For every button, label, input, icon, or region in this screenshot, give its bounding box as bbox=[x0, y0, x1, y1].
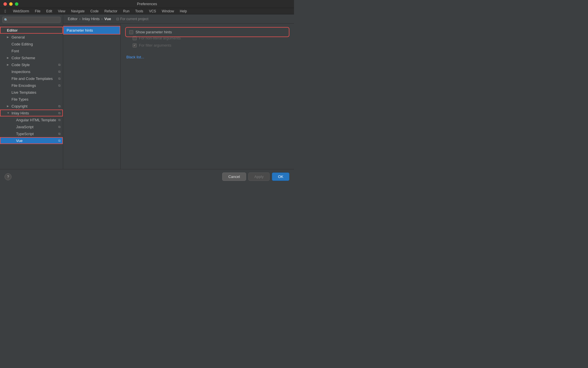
show-parameter-hints-option: Show parameter hints bbox=[126, 28, 288, 36]
dialog-content: 🔍 Editor ▶ General Code Editin bbox=[0, 14, 294, 169]
sidebar-item-label: Font bbox=[11, 49, 19, 53]
sidebar: 🔍 Editor ▶ General Code Editin bbox=[0, 14, 63, 169]
expand-arrow: ▶ bbox=[7, 63, 11, 66]
menu-vcs[interactable]: VCS bbox=[147, 9, 158, 14]
search-icon: 🔍 bbox=[4, 18, 8, 22]
sidebar-item-label: Inlay Hints bbox=[11, 111, 29, 115]
menubar:  WebStorm File Edit View Navigate Code … bbox=[0, 8, 294, 14]
sidebar-item-file-types[interactable]: File Types bbox=[0, 96, 63, 103]
show-parameter-hints-checkbox[interactable] bbox=[129, 30, 133, 34]
for-filter-checkbox[interactable] bbox=[133, 43, 137, 47]
sidebar-item-label: General bbox=[11, 35, 25, 39]
sidebar-item-live-templates[interactable]: Live Templates bbox=[0, 89, 63, 96]
sidebar-item-file-encodings[interactable]: File Encodings ⧉ bbox=[0, 82, 63, 89]
sidebar-item-vue[interactable]: Vue ⧉ bbox=[0, 137, 63, 144]
sidebar-item-color-scheme[interactable]: ▶ Color Scheme bbox=[0, 54, 63, 61]
menu-webstorm[interactable]: WebStorm bbox=[11, 9, 31, 14]
menu-code[interactable]: Code bbox=[88, 9, 101, 14]
sidebar-item-copyright[interactable]: ▶ Copyright ⧉ bbox=[0, 103, 63, 110]
sidebar-item-typescript[interactable]: TypeScript ⧉ bbox=[0, 130, 63, 137]
sidebar-item-label: Inspections bbox=[11, 70, 30, 74]
sidebar-item-angular-html[interactable]: Angular HTML Template ⧉ bbox=[0, 116, 63, 123]
search-input[interactable] bbox=[2, 17, 61, 23]
copy-icon: ⧉ bbox=[58, 84, 61, 87]
menu-file[interactable]: File bbox=[33, 9, 43, 14]
tabs-panel: Parameter hints bbox=[63, 24, 121, 169]
show-parameter-hints-label: Show parameter hints bbox=[136, 30, 172, 34]
for-non-literal-checkbox[interactable] bbox=[133, 36, 137, 40]
tab-parameter-hints[interactable]: Parameter hints bbox=[63, 26, 120, 34]
copy-icon: ⧉ bbox=[58, 125, 61, 129]
project-icon: ⊡ bbox=[116, 17, 119, 21]
breadcrumb-vue: Vue bbox=[104, 17, 111, 21]
sidebar-item-label: Editor bbox=[7, 28, 18, 32]
expand-arrow: ▶ bbox=[7, 105, 11, 108]
close-button[interactable] bbox=[3, 2, 7, 6]
sidebar-item-label: Live Templates bbox=[11, 90, 36, 95]
copy-icon: ⧉ bbox=[58, 118, 61, 122]
menu-view[interactable]: View bbox=[56, 9, 68, 14]
copy-icon: ⧉ bbox=[58, 70, 61, 74]
breadcrumb-sep-2: › bbox=[101, 17, 102, 21]
copy-icon: ⧉ bbox=[58, 139, 61, 143]
maximize-button[interactable] bbox=[15, 2, 18, 6]
copy-icon: ⧉ bbox=[58, 63, 61, 67]
menu-window[interactable]: Window bbox=[160, 9, 177, 14]
titlebar: Preferences bbox=[0, 0, 294, 8]
breadcrumb-inlay-hints[interactable]: Inlay Hints bbox=[82, 17, 100, 21]
menu-tools[interactable]: Tools bbox=[133, 9, 146, 14]
menu-refactor[interactable]: Refactor bbox=[102, 9, 119, 14]
menu-run[interactable]: Run bbox=[121, 9, 132, 14]
bottom-bar: ? Cancel Apply OK bbox=[0, 169, 294, 184]
copy-icon: ⧉ bbox=[58, 104, 61, 108]
sidebar-item-general[interactable]: ▶ General bbox=[0, 34, 63, 41]
expand-arrow: ▶ bbox=[7, 36, 11, 39]
dialog-title: Preferences bbox=[137, 2, 157, 6]
copy-icon: ⧉ bbox=[58, 77, 61, 80]
action-buttons: Cancel Apply OK bbox=[222, 172, 289, 181]
cancel-button[interactable]: Cancel bbox=[222, 172, 246, 181]
sidebar-item-editor[interactable]: Editor bbox=[0, 27, 63, 34]
sidebar-item-font[interactable]: Font bbox=[0, 47, 63, 54]
apple-menu[interactable]:  bbox=[2, 9, 8, 14]
breadcrumb-editor[interactable]: Editor bbox=[68, 17, 78, 21]
sidebar-item-label: TypeScript bbox=[16, 132, 34, 136]
sub-options: For non-literal arguments For filter arg… bbox=[133, 36, 288, 47]
sidebar-item-label: JavaScript bbox=[16, 125, 34, 129]
settings-panel: Show parameter hints For non-literal arg… bbox=[121, 24, 294, 169]
menu-help[interactable]: Help bbox=[177, 9, 189, 14]
sidebar-item-label: Color Scheme bbox=[11, 56, 35, 60]
for-filter-label: For filter arguments bbox=[139, 43, 171, 47]
copy-icon: ⧉ bbox=[58, 132, 61, 136]
for-filter-option: For filter arguments bbox=[133, 43, 288, 47]
sidebar-item-code-editing[interactable]: Code Editing bbox=[0, 41, 63, 47]
sidebar-item-inlay-hints[interactable]: ▼ Inlay Hints ⧉ bbox=[0, 110, 63, 116]
breadcrumb-sep-1: › bbox=[79, 17, 80, 21]
ok-button[interactable]: OK bbox=[272, 172, 289, 181]
sidebar-item-label: Copyright bbox=[11, 104, 28, 108]
sidebar-item-label: File and Code Templates bbox=[11, 76, 53, 81]
content-area: Parameter hints Show parameter hints F bbox=[63, 24, 294, 169]
tab-label: Parameter hints bbox=[67, 28, 93, 32]
sidebar-item-file-code-templates[interactable]: File and Code Templates ⧉ bbox=[0, 75, 63, 82]
expand-arrow: ▼ bbox=[7, 112, 11, 114]
sidebar-item-label: File Types bbox=[11, 97, 28, 101]
black-list-link[interactable]: Black list... bbox=[126, 55, 144, 59]
preferences-dialog: 🔍 Editor ▶ General Code Editin bbox=[0, 14, 294, 184]
for-non-literal-label: For non-literal arguments bbox=[139, 36, 181, 40]
help-button[interactable]: ? bbox=[5, 173, 11, 180]
for-current-project[interactable]: ⊡ For current project bbox=[116, 17, 148, 21]
sidebar-item-javascript[interactable]: JavaScript ⧉ bbox=[0, 123, 63, 130]
main-content: Editor › Inlay Hints › Vue ⊡ For current… bbox=[63, 14, 294, 169]
expand-arrow: ▶ bbox=[7, 56, 11, 59]
search-bar: 🔍 bbox=[0, 14, 63, 26]
sidebar-item-inspections[interactable]: Inspections ⧉ bbox=[0, 68, 63, 75]
copy-icon: ⧉ bbox=[58, 111, 61, 115]
sidebar-item-label: File Encodings bbox=[11, 83, 36, 88]
menu-navigate[interactable]: Navigate bbox=[69, 9, 87, 14]
menu-edit[interactable]: Edit bbox=[44, 9, 55, 14]
sidebar-item-label: Code Style bbox=[11, 63, 30, 67]
sidebar-item-code-style[interactable]: ▶ Code Style ⧉ bbox=[0, 61, 63, 68]
apply-button[interactable]: Apply bbox=[248, 172, 270, 181]
minimize-button[interactable] bbox=[9, 2, 13, 6]
